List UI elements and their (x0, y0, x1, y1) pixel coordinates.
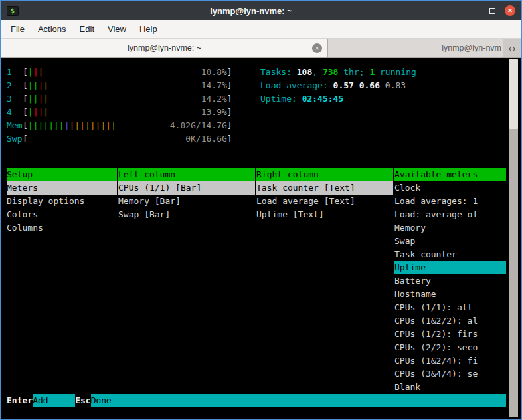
panel-item[interactable]: CPUs (3&4/4): se (394, 368, 506, 381)
meter-value: 10.8% (201, 66, 227, 79)
meter-value: 14.2% (201, 92, 227, 106)
maximize-icon[interactable] (489, 8, 495, 14)
setup-panel-available-meters: Available metersClockLoad averages: 1Loa… (394, 168, 506, 394)
meter-value: 13.9% (201, 106, 227, 119)
tab-label: lynmp@lyn-nvme: ~ (128, 43, 201, 52)
tab-bar: lynmp@lyn-nvme: ~ ✕ lynmp@lyn-nvm ‹ › (1, 39, 521, 58)
panel-item[interactable]: Load average [Text] (256, 195, 393, 208)
terminal-screen[interactable]: 1[|||10.8%]2[||||14.7%]3[||||14.2%]4[|||… (1, 58, 521, 419)
meter-bar-pipes: |||| (28, 106, 48, 119)
menu-help[interactable]: Help (133, 21, 164, 37)
minimize-icon[interactable]: – (476, 7, 480, 14)
terminal-app-icon: $ (7, 6, 19, 16)
tab-scroll-right-icon[interactable]: › (513, 43, 515, 53)
window-controls: – ✕ (476, 5, 515, 16)
function-button-add[interactable]: Add (33, 394, 75, 407)
meter-row: 3[||||14.2%] (7, 92, 232, 106)
setup-panel-setup: SetupMetersDisplay optionsColorsColumns (7, 168, 117, 394)
panel-header: Setup (7, 168, 117, 181)
tab-scroll-arrows: ‹ › (503, 39, 521, 57)
menu-edit[interactable]: Edit (73, 21, 101, 37)
info-line: Tasks: 108, 738 thr; 1 running (260, 66, 416, 79)
tab-inactive[interactable]: lynmp@lyn-nvm (328, 39, 503, 57)
meter-bar-pipes: ||| (28, 66, 43, 79)
function-key: Esc (75, 394, 90, 407)
meter-value: 4.02G/14.7G (170, 119, 227, 132)
meter-value: 0K/16.6G (185, 132, 227, 146)
panel-item[interactable]: Swap (394, 235, 506, 248)
panel-item[interactable]: Task counter [Text] (256, 181, 393, 195)
meter-row: 1[|||10.8%] (7, 66, 232, 79)
panel-item[interactable]: Load: average of (394, 208, 506, 221)
panel-header: Left column (118, 168, 255, 181)
info-line: Uptime: 02:45:45 (260, 92, 416, 106)
panel-header: Right column (256, 168, 393, 181)
scrollbar-thumb[interactable] (509, 59, 518, 129)
panel-item[interactable]: Hostname (394, 288, 506, 301)
terminal-window: $ lynmp@lyn-nvme: ~ – ✕ FileActionsEditV… (0, 0, 522, 420)
panel-item[interactable]: CPUs (2/2): seco (394, 341, 506, 354)
panel-item[interactable]: Columns (7, 221, 117, 235)
menu-actions[interactable]: Actions (31, 21, 73, 37)
panel-item[interactable]: Colors (7, 208, 117, 221)
setup-panels: SetupMetersDisplay optionsColorsColumnsL… (7, 168, 521, 394)
info-lines: Tasks: 108, 738 thr; 1 runningLoad avera… (260, 66, 416, 146)
tab-scroll-left-icon[interactable]: ‹ (509, 43, 511, 53)
meter-bar-pipes: |||| (28, 92, 48, 106)
panel-item[interactable]: Memory [Bar] (118, 195, 255, 208)
close-icon[interactable]: ✕ (505, 5, 515, 16)
function-button-done[interactable]: Done (91, 394, 506, 407)
panel-item[interactable]: CPUs (1/1): all (394, 301, 506, 314)
panel-header: Available meters (394, 168, 506, 181)
panel-item[interactable]: CPUs (1&2/2): al (394, 314, 506, 328)
setup-panel-left-column: Left columnCPUs (1/1) [Bar]Memory [Bar]S… (118, 168, 255, 394)
function-bar: EnterAddEscDone (7, 394, 506, 407)
panel-item[interactable]: Memory (394, 221, 506, 235)
panel-item[interactable]: Task counter (394, 248, 506, 261)
panel-item[interactable]: CPUs (1&2/4): fi (394, 354, 506, 368)
meter-row: Mem[|||||||||||||||||4.02G/14.7G] (7, 119, 232, 132)
meter-list: 1[|||10.8%]2[||||14.7%]3[||||14.2%]4[|||… (7, 66, 232, 146)
function-key: Enter (7, 394, 33, 407)
panel-item[interactable]: Uptime (394, 261, 506, 274)
panel-item[interactable]: Blank (394, 381, 506, 394)
info-line: Load average: 0.57 0.66 0.83 (260, 79, 416, 92)
window-title: lynmp@lyn-nvme: ~ (41, 6, 461, 16)
meter-value: 14.7% (201, 79, 227, 92)
tab-label: lynmp@lyn-nvm (442, 43, 501, 52)
meter-row: Swp[0K/16.6G] (7, 132, 232, 146)
meter-row: 4[||||13.9%] (7, 106, 232, 119)
panel-item[interactable]: CPUs (1/1) [Bar] (118, 181, 255, 195)
panel-item[interactable]: Uptime [Text] (256, 208, 393, 221)
panel-item[interactable]: Load averages: 1 (394, 195, 506, 208)
panel-item[interactable]: Swap [Bar] (118, 208, 255, 221)
meter-bar-pipes: |||| (28, 79, 48, 92)
setup-panel-right-column: Right columnTask counter [Text]Load aver… (256, 168, 393, 394)
panel-item[interactable]: Display options (7, 195, 117, 208)
menu-file[interactable]: File (4, 21, 31, 37)
panel-item[interactable]: CPUs (1/2): firs (394, 328, 506, 341)
meter-bar-pipes: ||||||||||||||||| (28, 119, 116, 132)
panel-item[interactable]: Meters (7, 181, 117, 195)
tab-close-icon[interactable]: ✕ (312, 43, 322, 53)
title-bar[interactable]: $ lynmp@lyn-nvme: ~ – ✕ (1, 1, 521, 20)
tab-active[interactable]: lynmp@lyn-nvme: ~ ✕ (1, 39, 328, 57)
panel-item[interactable]: Clock (394, 181, 506, 195)
menu-view[interactable]: View (101, 21, 133, 37)
panel-item[interactable]: Battery (394, 274, 506, 288)
htop-header-area: 1[|||10.8%]2[||||14.7%]3[||||14.2%]4[|||… (7, 66, 521, 146)
meter-row: 2[||||14.7%] (7, 79, 232, 92)
menu-bar: FileActionsEditViewHelp (1, 20, 521, 39)
scrollbar-track[interactable] (509, 59, 518, 417)
